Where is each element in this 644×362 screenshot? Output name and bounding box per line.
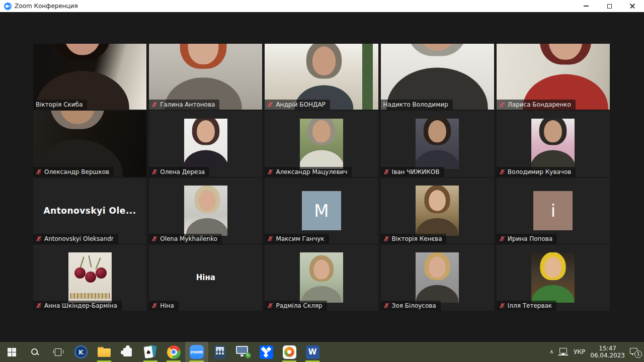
participant-tile[interactable]: Зоя Білоусова xyxy=(381,245,494,311)
taskbar-app-word[interactable]: W xyxy=(301,342,324,362)
close-button[interactable] xyxy=(621,0,644,12)
person-silhouette xyxy=(416,186,459,236)
participant-tile[interactable]: MМаксим Ганчук xyxy=(265,178,378,244)
muted-mic-icon xyxy=(36,303,42,309)
participant-tile[interactable]: Вікторія Кенєва xyxy=(381,178,494,244)
participant-tile[interactable]: НінаНіна xyxy=(149,245,262,311)
task-view-icon xyxy=(53,348,62,355)
participant-tile[interactable]: Галина Антонова xyxy=(149,44,262,110)
muted-mic-icon xyxy=(267,169,273,175)
participant-tile[interactable]: Радміла Скляр xyxy=(265,245,378,311)
taskbar-app-puzzle[interactable] xyxy=(116,342,139,362)
minimize-button[interactable] xyxy=(575,0,598,12)
participant-tile[interactable]: Надикто Володимир xyxy=(381,44,494,110)
taskbar-app-solitaire[interactable]: ♠ xyxy=(139,342,162,362)
profile-photo xyxy=(184,186,227,236)
word-icon: W xyxy=(306,345,319,359)
participant-tile[interactable]: Олександр Вершков xyxy=(33,111,146,176)
muted-mic-icon xyxy=(151,102,157,108)
participant-name: Галина Антонова xyxy=(160,101,215,108)
participant-name: Андрій БОНДАР xyxy=(276,101,325,108)
participant-name-label: Андрій БОНДАР xyxy=(265,100,330,110)
maximize-button[interactable] xyxy=(598,0,621,12)
participant-name-label: Зоя Білоусова xyxy=(381,301,441,311)
avatar: M xyxy=(302,191,341,230)
participant-name-label: Володимир Кувачов xyxy=(497,167,576,177)
taskbar-app-file-explorer[interactable] xyxy=(93,342,116,362)
person-silhouette xyxy=(300,119,343,169)
sync-icon: ↻ xyxy=(245,352,251,358)
orange-circle-icon xyxy=(283,345,296,359)
participant-tile[interactable]: Antonovskyi Ole...Antonovskyi Oleksandr xyxy=(33,178,146,244)
muted-mic-icon xyxy=(383,169,389,175)
participant-name-label: Ніна xyxy=(149,301,179,311)
participant-name: Зоя Білоусова xyxy=(392,302,436,309)
windows-logo-icon xyxy=(8,348,16,356)
participant-tile[interactable]: Володимир Кувачов xyxy=(497,111,610,176)
participant-tile[interactable]: Olena Mykhailenko xyxy=(149,178,262,244)
cherry-stem xyxy=(88,255,92,267)
participant-tile[interactable]: Ілля Тетервак xyxy=(497,245,610,311)
muted-mic-icon xyxy=(499,236,505,242)
participant-name: Радміла Скляр xyxy=(276,302,322,309)
profile-photo xyxy=(300,119,343,169)
participant-name-label: Галина Антонова xyxy=(149,100,219,110)
participant-name: Максим Ганчук xyxy=(276,235,324,242)
close-icon xyxy=(629,3,635,9)
participant-name: Лариса Бондаренко xyxy=(508,101,571,108)
muted-mic-icon xyxy=(499,303,505,309)
participant-name: Олена Дереза xyxy=(160,168,205,175)
taskbar-app-zoom[interactable]: zoom xyxy=(185,342,208,362)
participant-name-label: Надикто Володимир xyxy=(381,100,453,110)
windows-taskbar: K ♠ zoom ↻ W ∧ УКР 1 xyxy=(0,342,644,362)
window-title: Zoom Конференция xyxy=(15,3,78,10)
clock[interactable]: 15:47 06.04.2023 xyxy=(590,345,625,359)
muted-mic-icon xyxy=(383,303,389,309)
participant-tile[interactable]: Вікторія Скиба xyxy=(33,44,146,110)
participant-name: Ілля Тетервак xyxy=(508,302,552,309)
taskbar-app-chrome[interactable] xyxy=(162,342,185,362)
pc-monitor-icon: ↻ xyxy=(236,345,250,358)
action-center-button[interactable]: 1 xyxy=(630,348,639,356)
participant-tile[interactable]: Олена Дереза xyxy=(149,111,262,176)
chrome-icon xyxy=(167,345,181,359)
profile-photo xyxy=(416,186,459,236)
participant-name: Ніна xyxy=(160,302,174,309)
zoom-app-icon xyxy=(4,3,12,10)
notification-badge: 1 xyxy=(634,350,642,358)
participant-name: Antonovskyi Oleksandr xyxy=(44,235,114,242)
task-view-button[interactable] xyxy=(46,342,69,362)
cherry-stem xyxy=(79,257,84,268)
playing-card-icon: ♠ xyxy=(144,345,156,358)
participant-name-label: Олена Дереза xyxy=(149,167,209,177)
taskbar-search-button[interactable] xyxy=(23,342,46,362)
language-indicator[interactable]: УКР xyxy=(574,348,585,355)
taskbar-app-dropbox[interactable] xyxy=(255,342,278,362)
participant-tile[interactable]: Андрій БОНДАР xyxy=(265,44,378,110)
participant-name: Надикто Володимир xyxy=(383,101,448,108)
taskbar-app-pc-network[interactable]: ↻ xyxy=(231,342,255,362)
muted-mic-icon xyxy=(267,303,273,309)
start-button[interactable] xyxy=(0,342,23,362)
taskbar-app-calculator[interactable] xyxy=(208,342,231,362)
participant-tile[interactable]: iИрина Попова xyxy=(497,178,610,244)
participant-tile[interactable]: Александр Мацулевич xyxy=(265,111,378,176)
tray-chevron-up-icon[interactable]: ∧ xyxy=(549,348,553,355)
participant-tile[interactable]: Анна Шкіндер-Барміна xyxy=(33,245,146,311)
participant-tile[interactable]: Іван ЧИЖИКОВ xyxy=(381,111,494,176)
muted-mic-icon xyxy=(36,236,42,242)
participant-name: Володимир Кувачов xyxy=(508,168,572,175)
clock-date: 06.04.2023 xyxy=(590,352,625,359)
participant-tile[interactable]: Лариса Бондаренко xyxy=(497,44,610,110)
participant-name-label: Александр Мацулевич xyxy=(265,167,352,177)
taskbar-app-orange-browser[interactable] xyxy=(278,342,301,362)
profile-photo xyxy=(184,119,227,169)
muted-mic-icon xyxy=(151,303,157,309)
participant-name-label: Antonovskyi Oleksandr xyxy=(33,234,118,244)
muted-mic-icon xyxy=(499,169,505,175)
taskbar-app-kompas[interactable]: K xyxy=(69,342,93,362)
network-icon[interactable] xyxy=(558,348,569,356)
k-circle-icon: K xyxy=(74,345,88,358)
muted-mic-icon xyxy=(499,102,505,108)
person-silhouette xyxy=(416,119,459,169)
